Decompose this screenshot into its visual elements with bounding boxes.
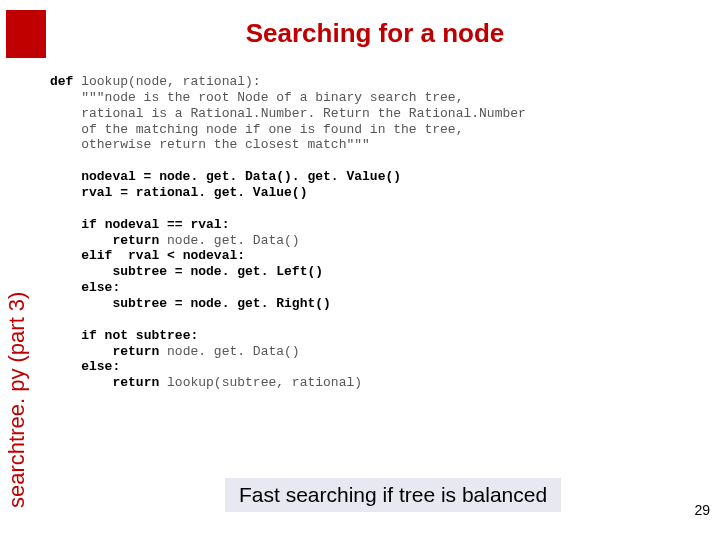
page-number: 29 <box>694 502 710 518</box>
decorative-red-box <box>6 10 46 58</box>
caption-box: Fast searching if tree is balanced <box>225 478 561 512</box>
slide-title: Searching for a node <box>0 0 720 49</box>
code-block: def lookup(node, rational): """node is t… <box>50 74 526 391</box>
filename-label: searchtree. py (part 3) <box>4 292 30 508</box>
